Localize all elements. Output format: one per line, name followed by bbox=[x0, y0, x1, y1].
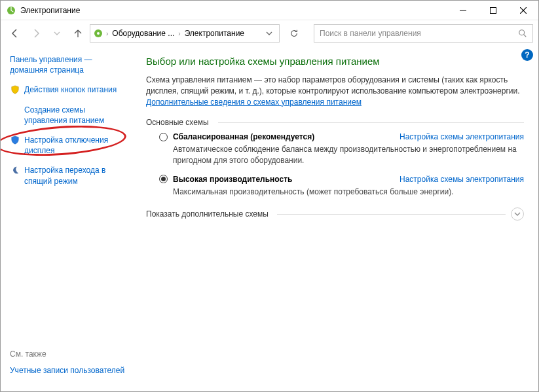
sidebar-item-display-off[interactable]: Настройка отключения дисплея bbox=[10, 135, 126, 156]
up-button[interactable] bbox=[69, 24, 87, 43]
sidebar-item-link[interactable]: Настройка перехода в спящий режим bbox=[24, 165, 126, 186]
sidebar-home[interactable]: Панель управления — домашняя страница bbox=[10, 54, 126, 75]
sidebar-see-also-item[interactable]: Учетные записи пользователей bbox=[10, 365, 126, 376]
body: Панель управления — домашняя страница Де… bbox=[1, 46, 538, 392]
close-button[interactable] bbox=[508, 1, 538, 20]
plan-settings-link[interactable]: Настройка схемы электропитания bbox=[400, 175, 524, 184]
radio-high-performance[interactable] bbox=[159, 175, 168, 183]
breadcrumb-item-1[interactable]: Оборудование ... bbox=[111, 29, 176, 38]
search-box[interactable] bbox=[314, 24, 533, 43]
refresh-button[interactable] bbox=[285, 24, 303, 43]
search-icon bbox=[518, 29, 527, 38]
forward-button[interactable] bbox=[27, 24, 45, 43]
back-button[interactable] bbox=[6, 24, 24, 43]
toolbar: › Оборудование ... › Электропитание bbox=[1, 20, 538, 46]
sidebar-home-link[interactable]: Панель управления — домашняя страница bbox=[10, 54, 126, 75]
plan-name-high-performance[interactable]: Высокая производительность bbox=[173, 175, 292, 184]
plan-name-balanced[interactable]: Сбалансированная (рекомендуется) bbox=[173, 132, 314, 141]
plan-settings-link[interactable]: Настройка схемы электропитания bbox=[400, 132, 524, 141]
svg-point-7 bbox=[519, 30, 525, 35]
recent-dropdown[interactable] bbox=[48, 24, 66, 43]
minimize-button[interactable] bbox=[448, 1, 478, 20]
show-additional-plans[interactable]: Показать дополнительные схемы bbox=[146, 207, 524, 221]
description-link[interactable]: Дополнительные сведения о схемах управле… bbox=[146, 98, 362, 107]
svg-point-6 bbox=[97, 32, 100, 35]
plan-balanced: Сбалансированная (рекомендуется) Настрой… bbox=[159, 132, 524, 165]
shield-icon bbox=[10, 84, 20, 95]
chevron-down-icon[interactable] bbox=[511, 207, 524, 221]
chevron-right-icon: › bbox=[105, 30, 109, 37]
chevron-right-icon: › bbox=[177, 30, 181, 37]
moon-icon bbox=[10, 165, 20, 175]
page-description: Схема управления питанием — это набор па… bbox=[146, 75, 524, 107]
sidebar-item-link[interactable]: Создание схемы управления питанием bbox=[24, 105, 126, 126]
breadcrumb-dropdown-icon[interactable] bbox=[262, 30, 276, 37]
page-heading: Выбор или настройка схемы управления пит… bbox=[146, 56, 524, 67]
breadcrumb[interactable]: › Оборудование ... › Электропитание bbox=[90, 24, 280, 43]
see-also-link[interactable]: Учетные записи пользователей bbox=[10, 365, 124, 376]
shield-icon bbox=[10, 135, 20, 145]
titlebar: Электропитание bbox=[1, 1, 538, 20]
help-icon[interactable]: ? bbox=[521, 49, 533, 61]
radio-balanced[interactable] bbox=[159, 133, 168, 141]
sidebar-footer: См. также Учетные записи пользователей bbox=[10, 349, 126, 385]
sidebar-item-link[interactable]: Настройка отключения дисплея bbox=[24, 135, 126, 156]
see-also-heading: См. также bbox=[10, 349, 126, 359]
maximize-button[interactable] bbox=[478, 1, 508, 20]
window-title: Электропитание bbox=[20, 6, 448, 15]
svg-rect-2 bbox=[491, 7, 496, 13]
sidebar-item-power-buttons[interactable]: Действия кнопок питания bbox=[10, 84, 126, 95]
plan-description: Автоматическое соблюдение баланса между … bbox=[173, 144, 524, 165]
breadcrumb-item-2[interactable]: Электропитание bbox=[183, 29, 246, 38]
search-input[interactable] bbox=[320, 29, 518, 38]
sidebar-item-sleep[interactable]: Настройка перехода в спящий режим bbox=[10, 165, 126, 186]
breadcrumb-icon bbox=[93, 28, 103, 39]
sidebar: Панель управления — домашняя страница Де… bbox=[1, 46, 132, 392]
plan-high-performance: Высокая производительность Настройка схе… bbox=[159, 175, 524, 197]
window-controls bbox=[448, 1, 538, 20]
plan-description: Максимальная производительность (может п… bbox=[173, 187, 524, 197]
section-title: Основные схемы bbox=[146, 118, 524, 127]
main-content: ? Выбор или настройка схемы управления п… bbox=[132, 46, 538, 392]
svg-line-8 bbox=[524, 35, 527, 37]
app-icon bbox=[6, 5, 16, 16]
sidebar-item-link[interactable]: Действия кнопок питания bbox=[24, 84, 117, 95]
sidebar-item-create-plan[interactable]: Создание схемы управления питанием bbox=[10, 105, 126, 126]
